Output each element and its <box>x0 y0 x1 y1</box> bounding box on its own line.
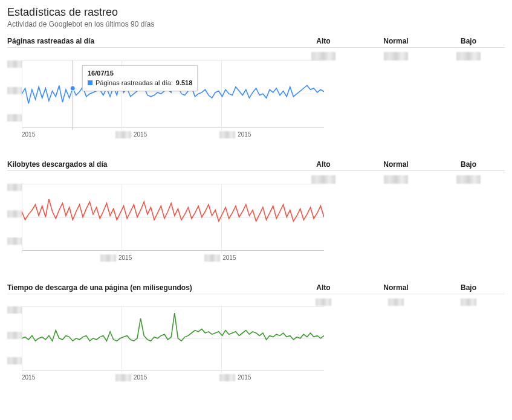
chart-kb-downloaded[interactable] <box>22 184 324 253</box>
page-title: Estadísticas de rastreo <box>7 6 505 19</box>
stat-high-value <box>287 51 360 60</box>
y-axis <box>7 306 22 373</box>
section-title: Kilobytes descargados al día <box>7 160 287 169</box>
line-chart[interactable] <box>22 184 324 253</box>
stat-low-value <box>432 51 505 60</box>
section-title: Páginas rastreadas al día <box>7 37 287 45</box>
stat-high-value <box>287 298 360 306</box>
line-chart[interactable] <box>22 60 324 130</box>
col-high-label: Alto <box>287 160 360 169</box>
stat-low-value <box>432 298 505 306</box>
x-axis: 2015 2015 <box>22 253 505 262</box>
col-low-label: Bajo <box>432 37 505 45</box>
stat-normal-value <box>360 175 432 184</box>
section-head: Kilobytes descargados al día Alto Normal… <box>7 160 505 171</box>
stat-normal-value <box>360 51 432 60</box>
section-head: Páginas rastreadas al día Alto Normal Ba… <box>7 37 505 48</box>
x-axis: 2015 2015 2015 <box>22 373 505 381</box>
col-low-label: Bajo <box>432 283 505 292</box>
svg-point-8 <box>70 86 75 91</box>
y-axis <box>7 60 22 130</box>
col-normal-label: Normal <box>360 283 432 292</box>
stat-low-value <box>432 175 505 184</box>
y-axis <box>7 184 22 253</box>
col-high-label: Alto <box>287 283 360 292</box>
section-pages-crawled: Páginas rastreadas al día Alto Normal Ba… <box>7 37 505 138</box>
stat-high-value <box>287 175 360 184</box>
x-axis: 2015 2015 2015 <box>22 130 505 138</box>
stat-normal-value <box>360 298 432 306</box>
section-head: Tiempo de descarga de una página (en mil… <box>7 283 505 294</box>
section-download-time: Tiempo de descarga de una página (en mil… <box>7 283 505 381</box>
section-kb-downloaded: Kilobytes descargados al día Alto Normal… <box>7 160 505 262</box>
col-high-label: Alto <box>287 37 360 45</box>
page-subtitle: Actividad de Googlebot en los últimos 90… <box>7 20 505 28</box>
line-chart[interactable] <box>22 306 324 373</box>
col-normal-label: Normal <box>360 37 432 45</box>
section-title: Tiempo de descarga de una página (en mil… <box>7 283 287 292</box>
chart-download-time[interactable] <box>22 306 324 373</box>
chart-pages-crawled[interactable]: 16/07/15 Páginas rastreadas al día: 9.51… <box>22 60 324 130</box>
col-low-label: Bajo <box>432 160 505 169</box>
col-normal-label: Normal <box>360 160 432 169</box>
